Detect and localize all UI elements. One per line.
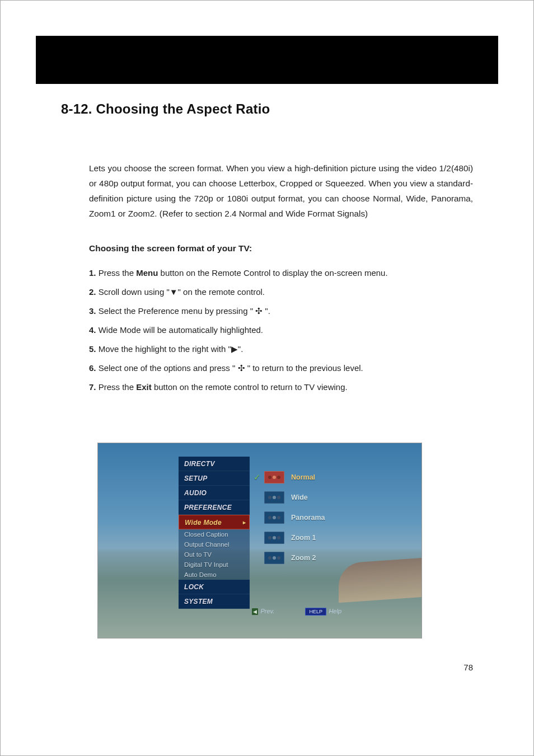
- option-normal: ✓ Normal: [252, 470, 341, 485]
- menu-subitems: Closed Caption Output Channel Out to TV …: [179, 529, 250, 580]
- header-black-band: [36, 36, 498, 84]
- intro-paragraph: Lets you choose the screen format. When …: [89, 161, 473, 221]
- check-icon: ✓: [252, 472, 262, 482]
- page-number: 78: [463, 663, 473, 672]
- option-zoom1: Zoom 1: [252, 530, 341, 545]
- menu-left-panel: DIRECTV SETUP AUDIO PREFERENCE Wide Mode…: [179, 457, 250, 609]
- step-number: 1.: [89, 268, 96, 278]
- aspect-icon: [264, 552, 284, 564]
- step-text: Select one of the options and press " ✣ …: [99, 363, 363, 373]
- step-3: 3. Select the Preference menu by pressin…: [89, 302, 473, 321]
- step-6: 6. Select one of the options and press "…: [89, 359, 473, 378]
- steps-list: 1. Press the Menu button on the Remote C…: [89, 264, 473, 397]
- step-4: 4. Wide Mode will be automatically highl…: [89, 321, 473, 340]
- subheading: Choosing the screen format of your TV:: [89, 243, 473, 253]
- step-number: 2.: [89, 287, 96, 297]
- prev-group: ◀ Prev.: [252, 605, 274, 616]
- step-number: 6.: [89, 363, 96, 373]
- menu-category-audio: AUDIO: [179, 486, 250, 500]
- help-icon: HELP: [305, 608, 326, 616]
- menu-item-wide-mode: Wide Mode: [179, 515, 250, 529]
- page-content: 8-12. Choosing the Aspect Ratio Lets you…: [61, 101, 473, 397]
- step-text: Scroll down using "▼" on the remote cont…: [99, 287, 265, 297]
- step-7: 7. Press the Exit button on the remote c…: [89, 378, 473, 397]
- document-page: 8-12. Choosing the Aspect Ratio Lets you…: [0, 0, 534, 756]
- step-number: 5.: [89, 344, 96, 354]
- help-label: Help: [329, 608, 341, 614]
- step-2: 2. Scroll down using "▼" on the remote c…: [89, 283, 473, 302]
- aspect-icon: [264, 511, 284, 524]
- step-text: Select the Preference menu by pressing "…: [99, 306, 270, 316]
- step-number: 4.: [89, 325, 96, 335]
- step-text: Move the highlight to the right with "▶"…: [99, 344, 243, 354]
- menu-subitem: Digital TV Input: [179, 560, 250, 570]
- aspect-icon: [264, 532, 284, 544]
- step-number: 3.: [89, 306, 96, 316]
- aspect-icon: [264, 471, 284, 483]
- step-1: 1. Press the Menu button on the Remote C…: [89, 264, 473, 283]
- prev-label: Prev.: [260, 608, 274, 614]
- step-5: 5. Move the highlight to the right with …: [89, 340, 473, 359]
- option-zoom2: Zoom 2: [252, 551, 341, 565]
- tv-menu-screenshot: DIRECTV SETUP AUDIO PREFERENCE Wide Mode…: [97, 443, 422, 638]
- menu-subitem: Closed Caption: [179, 529, 250, 539]
- option-panorama: Panorama: [252, 510, 341, 525]
- step-text-bold: Menu: [136, 268, 158, 278]
- menu-category-system: SYSTEM: [179, 594, 250, 609]
- menu-subitem: Output Channel: [179, 539, 250, 550]
- menu-category-directv: DIRECTV: [179, 457, 250, 471]
- aspect-icon: [264, 491, 284, 504]
- option-wide: Wide: [252, 490, 341, 505]
- option-label: Wide: [291, 494, 308, 501]
- step-text-post: button on the Remote Control to display …: [158, 268, 387, 278]
- aspect-ratio-options: ✓ Normal Wide Panorama Zoom 1: [252, 470, 341, 571]
- menu-subitem: Out to TV: [179, 550, 250, 560]
- step-number: 7.: [89, 382, 96, 392]
- step-text-pre: Press the: [99, 382, 137, 392]
- section-heading: 8-12. Choosing the Aspect Ratio: [61, 101, 473, 117]
- step-text-bold: Exit: [136, 382, 152, 392]
- option-label: Zoom 1: [291, 534, 316, 542]
- step-text-post: button on the remote control to return t…: [152, 382, 348, 392]
- step-text: Wide Mode will be automatically highligh…: [99, 325, 263, 335]
- menu-category-setup: SETUP: [179, 471, 250, 486]
- option-label: Panorama: [291, 514, 325, 522]
- option-label: Zoom 2: [291, 554, 316, 562]
- option-label: Normal: [291, 473, 315, 481]
- menu-category-lock: LOCK: [179, 580, 250, 594]
- prev-icon: ◀: [252, 608, 258, 615]
- step-text-pre: Press the: [99, 268, 137, 278]
- menu-footer: ◀ Prev. HELP Help: [252, 605, 341, 616]
- menu-subitem: Auto Demo: [179, 570, 250, 580]
- help-group: HELP Help: [305, 605, 341, 616]
- menu-category-preference: PREFERENCE: [179, 500, 250, 515]
